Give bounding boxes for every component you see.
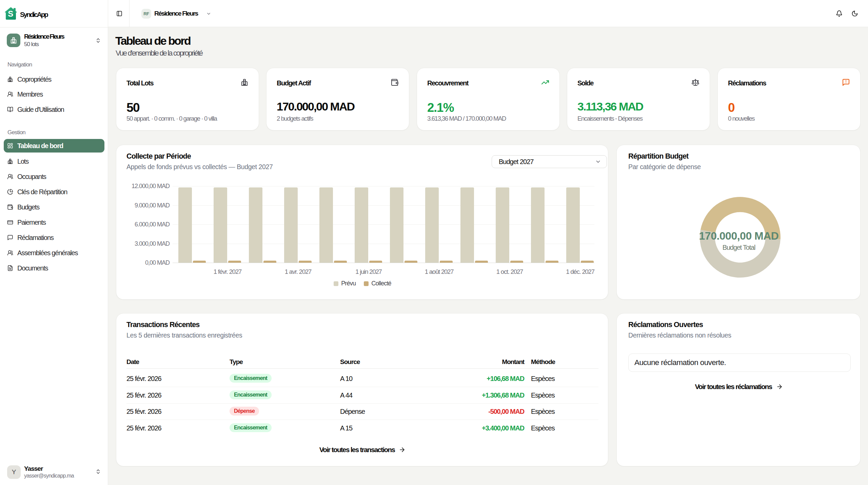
svg-text:S: S — [8, 9, 13, 18]
